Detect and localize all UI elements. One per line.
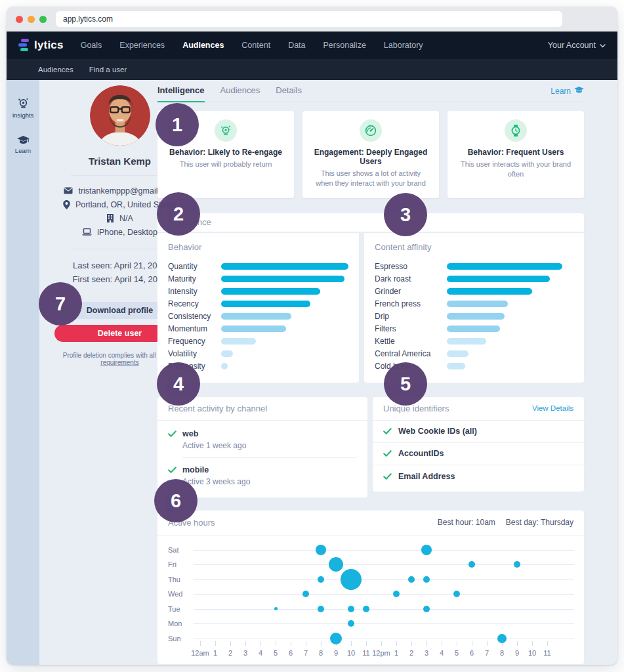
- bar: [221, 350, 232, 357]
- bar: [447, 288, 532, 295]
- activity-channel: web: [168, 429, 357, 438]
- check-icon: [383, 473, 392, 480]
- check-icon: [168, 430, 177, 437]
- y-axis-label: Mon: [168, 620, 190, 627]
- x-axis-tick: [260, 641, 261, 646]
- data-bubble: [316, 545, 326, 555]
- data-bubble: [408, 576, 415, 583]
- chart-gridline: [194, 623, 574, 624]
- nav-item-data[interactable]: Data: [288, 41, 305, 50]
- account-menu[interactable]: Your Account: [548, 41, 606, 50]
- bar-label: Recency: [168, 299, 221, 308]
- subnav-item-audiences[interactable]: Audiences: [38, 66, 73, 74]
- annotation-circle-2: 2: [157, 192, 200, 236]
- bar-row: Grinder: [375, 285, 573, 298]
- bar-label: Consistency: [168, 312, 221, 321]
- bar: [221, 288, 320, 295]
- recent-activity-panel: Recent activity by channel webActive 1 w…: [157, 397, 367, 497]
- crystal-ball-icon: [220, 125, 232, 136]
- data-bubble: [423, 576, 430, 583]
- bar-row: Quantity: [168, 261, 348, 273]
- identifier-list: Web Cookie IDs (all)AccountIDsEmail Addr…: [373, 421, 584, 488]
- traffic-light-minimize[interactable]: [28, 16, 35, 23]
- bar-track: [221, 350, 348, 357]
- x-axis-tick: [351, 641, 352, 646]
- nav-item-personalize[interactable]: Personalize: [323, 41, 366, 50]
- bar-row: Recency: [168, 298, 348, 310]
- bar: [447, 313, 505, 320]
- bar: [447, 350, 468, 357]
- active-hours-chart: SatFriThuWedTueMonSun12am123456789101112…: [157, 536, 584, 663]
- bar-label: Grinder: [375, 287, 447, 296]
- data-bubble: [363, 606, 369, 612]
- identifier-item: AccountIDs: [373, 443, 584, 465]
- nav-item-content[interactable]: Content: [241, 41, 270, 50]
- lytics-logo[interactable]: lytics: [18, 39, 64, 52]
- check-icon: [383, 428, 392, 434]
- gdpr-note-text: Profile deletion complies with all: [63, 352, 158, 359]
- bar: [221, 338, 255, 345]
- bar: [221, 263, 348, 270]
- nav-item-experiences[interactable]: Experiences: [119, 41, 165, 50]
- window-controls: [16, 16, 47, 23]
- learn-link[interactable]: Learn: [551, 87, 584, 102]
- behavior-panel: Behavior QuantityMaturityIntensityRecenc…: [157, 233, 359, 383]
- account-label: Your Account: [548, 41, 596, 50]
- y-axis-label: Tue: [168, 605, 190, 613]
- traffic-light-close[interactable]: [16, 16, 23, 23]
- insight-card-title: Behavior: Frequent Users: [457, 148, 575, 157]
- rail-item-insights[interactable]: Insights: [12, 97, 34, 119]
- insight-cards: Behavior: Likely to Re-engageThis user w…: [157, 111, 584, 198]
- view-details-link[interactable]: View Details: [532, 404, 573, 412]
- x-axis-tick: [291, 641, 291, 646]
- tab-intelligence[interactable]: Intelligence: [157, 85, 205, 102]
- annotation-circle-6: 6: [154, 479, 198, 522]
- bar: [221, 276, 344, 282]
- url-bar[interactable]: app.lytics.com: [56, 11, 562, 27]
- y-axis-label: Thu: [168, 576, 190, 583]
- tab-audiences[interactable]: Audiences: [220, 85, 260, 102]
- tab-list: IntelligenceAudiencesDetails: [157, 85, 302, 102]
- content-affinity-panel: Content affinity EspressoDark roastGrind…: [364, 233, 584, 383]
- annotation-circle-5: 5: [384, 362, 427, 406]
- browser-chrome: app.lytics.com: [7, 7, 617, 32]
- bar: [447, 338, 486, 345]
- lytics-logo-icon: [18, 39, 29, 52]
- bar: [221, 313, 291, 320]
- learn-link-label: Learn: [551, 87, 571, 96]
- graduation-cap-icon: [574, 87, 584, 96]
- x-axis-tick: [532, 641, 533, 646]
- x-axis-tick: [517, 641, 518, 646]
- bar-row: Dark roast: [375, 273, 573, 285]
- x-axis-tick: [215, 641, 216, 646]
- chart-gridline: [194, 594, 574, 595]
- bar-track: [447, 301, 562, 307]
- active-hours-panel: Active hours Best hour: 10am Best day: T…: [157, 511, 584, 664]
- laptop-icon: [82, 228, 92, 236]
- chart-gridline: [194, 579, 574, 580]
- y-axis-label: Wed: [168, 590, 190, 598]
- activity-channel: mobile: [168, 465, 357, 474]
- subnav-item-find-a-user[interactable]: Find a user: [89, 66, 127, 74]
- identifier-item: Web Cookie IDs (all): [373, 421, 584, 443]
- bar-label: Momentum: [168, 324, 221, 333]
- bar: [447, 263, 562, 270]
- x-axis-tick: [245, 641, 246, 646]
- rail-item-learn[interactable]: Learn: [15, 136, 31, 154]
- bar-row: Frequency: [168, 335, 348, 348]
- nav-item-laboratory[interactable]: Laboratory: [384, 41, 423, 50]
- secondary-nav: AudiencesFind a user: [7, 59, 617, 80]
- behavior-title: Behavior: [168, 242, 348, 252]
- insight-card-icon-bubble: [505, 119, 527, 142]
- data-bubble: [423, 606, 430, 612]
- data-bubble: [274, 607, 278, 610]
- data-bubble: [318, 606, 324, 612]
- nav-item-goals[interactable]: Goals: [81, 41, 102, 50]
- identifier-label: AccountIDs: [398, 449, 444, 458]
- traffic-light-zoom[interactable]: [39, 16, 47, 23]
- insight-card-subtitle: This user interacts with your brand ofte…: [457, 159, 575, 179]
- nav-item-audiences[interactable]: Audiences: [182, 41, 224, 50]
- bar: [447, 363, 465, 369]
- chart-gridline: [194, 639, 574, 639]
- tab-details[interactable]: Details: [276, 85, 302, 102]
